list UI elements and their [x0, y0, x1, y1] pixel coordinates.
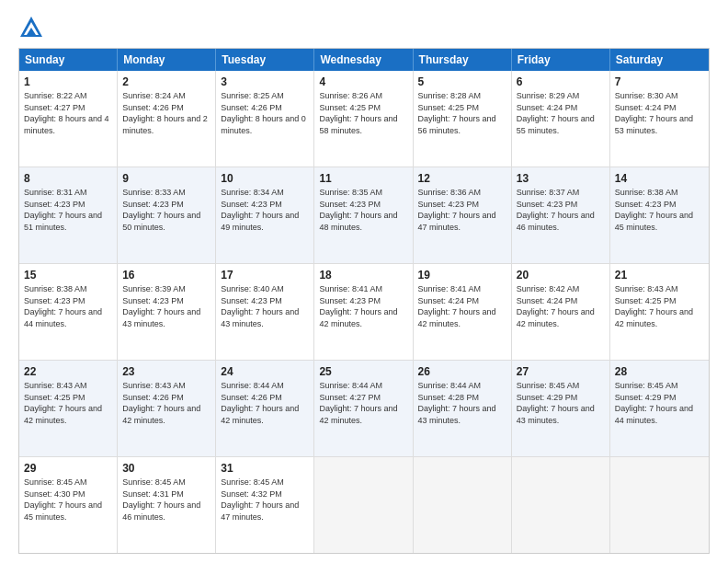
- day-cell-13: 13Sunrise: 8:37 AM Sunset: 4:23 PM Dayli…: [512, 167, 610, 263]
- day-number: 24: [221, 364, 309, 379]
- logo-icon: [18, 15, 44, 40]
- day-cell-10: 10Sunrise: 8:34 AM Sunset: 4:23 PM Dayli…: [216, 167, 314, 263]
- day-cell-3: 3Sunrise: 8:25 AM Sunset: 4:26 PM Daylig…: [216, 71, 314, 167]
- calendar-body: 1Sunrise: 8:22 AM Sunset: 4:27 PM Daylig…: [19, 71, 709, 553]
- day-info: Sunrise: 8:40 AM Sunset: 4:23 PM Dayligh…: [221, 283, 309, 329]
- day-number: 30: [122, 461, 210, 476]
- day-number: 10: [221, 171, 309, 186]
- logo: [18, 15, 48, 40]
- day-info: Sunrise: 8:38 AM Sunset: 4:23 PM Dayligh…: [24, 283, 112, 329]
- day-info: Sunrise: 8:45 AM Sunset: 4:32 PM Dayligh…: [221, 477, 309, 523]
- day-cell-29: 29Sunrise: 8:45 AM Sunset: 4:30 PM Dayli…: [19, 457, 118, 553]
- day-number: 25: [319, 364, 407, 379]
- day-info: Sunrise: 8:41 AM Sunset: 4:24 PM Dayligh…: [418, 283, 506, 329]
- calendar-row-2: 8Sunrise: 8:31 AM Sunset: 4:23 PM Daylig…: [19, 167, 709, 264]
- header-day-monday: Monday: [118, 49, 216, 71]
- day-number: 7: [615, 75, 704, 89]
- day-cell-26: 26Sunrise: 8:44 AM Sunset: 4:28 PM Dayli…: [414, 361, 512, 456]
- day-info: Sunrise: 8:41 AM Sunset: 4:23 PM Dayligh…: [319, 283, 407, 329]
- page: SundayMondayTuesdayWednesdayThursdayFrid…: [0, 0, 728, 563]
- header-day-tuesday: Tuesday: [216, 49, 314, 71]
- day-cell-28: 28Sunrise: 8:45 AM Sunset: 4:29 PM Dayli…: [610, 361, 709, 456]
- day-cell-12: 12Sunrise: 8:36 AM Sunset: 4:23 PM Dayli…: [414, 167, 512, 263]
- calendar-row-5: 29Sunrise: 8:45 AM Sunset: 4:30 PM Dayli…: [19, 457, 709, 553]
- header-day-saturday: Saturday: [610, 49, 709, 71]
- calendar-header: SundayMondayTuesdayWednesdayThursdayFrid…: [19, 49, 709, 71]
- day-info: Sunrise: 8:45 AM Sunset: 4:29 PM Dayligh…: [615, 380, 704, 426]
- day-info: Sunrise: 8:31 AM Sunset: 4:23 PM Dayligh…: [24, 187, 112, 233]
- day-number: 4: [319, 75, 407, 89]
- day-info: Sunrise: 8:37 AM Sunset: 4:23 PM Dayligh…: [517, 187, 605, 233]
- day-cell-21: 21Sunrise: 8:43 AM Sunset: 4:25 PM Dayli…: [610, 264, 709, 360]
- day-number: 23: [122, 364, 210, 379]
- day-info: Sunrise: 8:44 AM Sunset: 4:27 PM Dayligh…: [319, 380, 407, 426]
- day-info: Sunrise: 8:33 AM Sunset: 4:23 PM Dayligh…: [122, 187, 210, 233]
- header-day-thursday: Thursday: [414, 49, 512, 71]
- empty-cell: [314, 457, 413, 553]
- day-cell-11: 11Sunrise: 8:35 AM Sunset: 4:23 PM Dayli…: [314, 167, 413, 263]
- header-day-sunday: Sunday: [19, 49, 118, 71]
- day-number: 31: [221, 461, 309, 476]
- day-cell-16: 16Sunrise: 8:39 AM Sunset: 4:23 PM Dayli…: [118, 264, 216, 360]
- day-info: Sunrise: 8:26 AM Sunset: 4:25 PM Dayligh…: [319, 90, 407, 136]
- day-cell-9: 9Sunrise: 8:33 AM Sunset: 4:23 PM Daylig…: [118, 167, 216, 263]
- day-cell-14: 14Sunrise: 8:38 AM Sunset: 4:23 PM Dayli…: [610, 167, 709, 263]
- day-number: 14: [615, 171, 704, 186]
- day-number: 12: [418, 171, 506, 186]
- day-info: Sunrise: 8:45 AM Sunset: 4:30 PM Dayligh…: [24, 477, 112, 523]
- day-number: 15: [24, 268, 112, 282]
- empty-cell: [512, 457, 610, 553]
- day-number: 9: [122, 171, 210, 186]
- day-cell-30: 30Sunrise: 8:45 AM Sunset: 4:31 PM Dayli…: [118, 457, 216, 553]
- day-cell-2: 2Sunrise: 8:24 AM Sunset: 4:26 PM Daylig…: [118, 71, 216, 167]
- day-cell-27: 27Sunrise: 8:45 AM Sunset: 4:29 PM Dayli…: [512, 361, 610, 456]
- day-info: Sunrise: 8:43 AM Sunset: 4:25 PM Dayligh…: [24, 380, 112, 426]
- day-number: 28: [615, 364, 704, 379]
- day-cell-24: 24Sunrise: 8:44 AM Sunset: 4:26 PM Dayli…: [216, 361, 314, 456]
- day-info: Sunrise: 8:36 AM Sunset: 4:23 PM Dayligh…: [418, 187, 506, 233]
- day-number: 1: [24, 75, 112, 89]
- day-info: Sunrise: 8:45 AM Sunset: 4:31 PM Dayligh…: [122, 477, 210, 523]
- day-info: Sunrise: 8:44 AM Sunset: 4:28 PM Dayligh…: [418, 380, 506, 426]
- header-day-friday: Friday: [512, 49, 610, 71]
- day-cell-23: 23Sunrise: 8:43 AM Sunset: 4:26 PM Dayli…: [118, 361, 216, 456]
- day-info: Sunrise: 8:43 AM Sunset: 4:26 PM Dayligh…: [122, 380, 210, 426]
- day-info: Sunrise: 8:25 AM Sunset: 4:26 PM Dayligh…: [221, 90, 309, 136]
- day-info: Sunrise: 8:22 AM Sunset: 4:27 PM Dayligh…: [24, 90, 112, 136]
- day-number: 27: [517, 364, 605, 379]
- day-info: Sunrise: 8:28 AM Sunset: 4:25 PM Dayligh…: [418, 90, 506, 136]
- day-info: Sunrise: 8:43 AM Sunset: 4:25 PM Dayligh…: [615, 283, 704, 329]
- day-cell-6: 6Sunrise: 8:29 AM Sunset: 4:24 PM Daylig…: [512, 71, 610, 167]
- day-cell-31: 31Sunrise: 8:45 AM Sunset: 4:32 PM Dayli…: [216, 457, 314, 553]
- day-cell-4: 4Sunrise: 8:26 AM Sunset: 4:25 PM Daylig…: [314, 71, 413, 167]
- day-number: 13: [517, 171, 605, 186]
- calendar: SundayMondayTuesdayWednesdayThursdayFrid…: [18, 48, 710, 554]
- day-number: 22: [24, 364, 112, 379]
- day-cell-1: 1Sunrise: 8:22 AM Sunset: 4:27 PM Daylig…: [19, 71, 118, 167]
- day-cell-8: 8Sunrise: 8:31 AM Sunset: 4:23 PM Daylig…: [19, 167, 118, 263]
- day-info: Sunrise: 8:29 AM Sunset: 4:24 PM Dayligh…: [517, 90, 605, 136]
- day-cell-5: 5Sunrise: 8:28 AM Sunset: 4:25 PM Daylig…: [414, 71, 512, 167]
- day-cell-17: 17Sunrise: 8:40 AM Sunset: 4:23 PM Dayli…: [216, 264, 314, 360]
- calendar-row-4: 22Sunrise: 8:43 AM Sunset: 4:25 PM Dayli…: [19, 361, 709, 457]
- day-cell-7: 7Sunrise: 8:30 AM Sunset: 4:24 PM Daylig…: [610, 71, 709, 167]
- day-cell-25: 25Sunrise: 8:44 AM Sunset: 4:27 PM Dayli…: [314, 361, 413, 456]
- day-number: 11: [319, 171, 407, 186]
- day-cell-20: 20Sunrise: 8:42 AM Sunset: 4:24 PM Dayli…: [512, 264, 610, 360]
- day-number: 20: [517, 268, 605, 282]
- day-number: 2: [122, 75, 210, 89]
- day-number: 16: [122, 268, 210, 282]
- day-number: 19: [418, 268, 506, 282]
- empty-cell: [414, 457, 512, 553]
- day-info: Sunrise: 8:42 AM Sunset: 4:24 PM Dayligh…: [517, 283, 605, 329]
- header-day-wednesday: Wednesday: [314, 49, 413, 71]
- day-number: 18: [319, 268, 407, 282]
- day-info: Sunrise: 8:39 AM Sunset: 4:23 PM Dayligh…: [122, 283, 210, 329]
- day-number: 3: [221, 75, 309, 89]
- day-cell-18: 18Sunrise: 8:41 AM Sunset: 4:23 PM Dayli…: [314, 264, 413, 360]
- day-number: 26: [418, 364, 506, 379]
- day-info: Sunrise: 8:34 AM Sunset: 4:23 PM Dayligh…: [221, 187, 309, 233]
- day-cell-15: 15Sunrise: 8:38 AM Sunset: 4:23 PM Dayli…: [19, 264, 118, 360]
- header: [18, 15, 710, 40]
- empty-cell: [610, 457, 709, 553]
